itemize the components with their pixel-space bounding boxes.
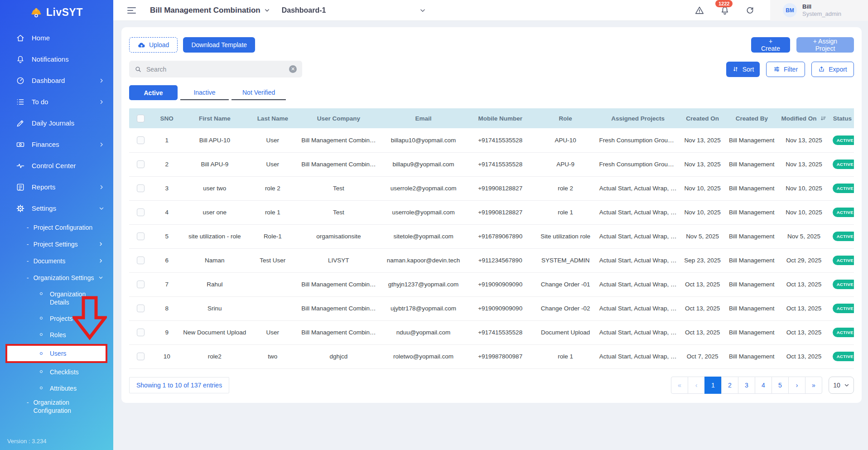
- cell-modified_on: Oct 13, 2025: [777, 320, 830, 344]
- row-checkbox[interactable]: [137, 184, 145, 192]
- status-badge: ACTIVE: [833, 256, 854, 265]
- row-checkbox[interactable]: [137, 160, 145, 168]
- refresh-button[interactable]: [745, 5, 755, 15]
- notifications-button[interactable]: 1222: [720, 5, 730, 15]
- row-checkbox[interactable]: [137, 208, 145, 216]
- sidebar-item-projects[interactable]: Projects: [0, 310, 113, 327]
- avatar: BM: [783, 3, 797, 17]
- download-template-button[interactable]: Download Template: [183, 37, 255, 53]
- page-5-button[interactable]: 5: [772, 377, 789, 394]
- users-table: SNO First Name Last Name User Company Em…: [129, 108, 854, 369]
- banknote-icon: [16, 140, 25, 149]
- sidebar-item-reports[interactable]: Reports: [0, 176, 113, 198]
- sidebar-item-organization-details[interactable]: Organization Details: [0, 286, 104, 310]
- sidebar-item-control-center[interactable]: Control Center: [0, 155, 113, 176]
- prev-page-button[interactable]: ‹: [688, 377, 705, 394]
- page-1-button[interactable]: 1: [704, 377, 722, 394]
- cell-last_name: User: [248, 152, 297, 176]
- row-checkbox[interactable]: [137, 256, 145, 264]
- user-name: Bill: [802, 3, 841, 10]
- sidebar-item-home[interactable]: Home: [0, 27, 113, 48]
- user-menu[interactable]: BM Bill System_admin: [770, 0, 868, 21]
- sidebar-item-project-configuration[interactable]: - Project Configuration: [0, 219, 113, 236]
- col-modified-on: Modified On: [777, 108, 830, 128]
- tab-inactive[interactable]: Inactive: [180, 85, 229, 100]
- cell-mobile: +919090909090: [467, 296, 534, 320]
- tab-active[interactable]: Active: [129, 85, 178, 100]
- cell-status: ACTIVE: [831, 176, 854, 200]
- sidebar-item-organization-configuration[interactable]: - Organization Configuration: [0, 397, 113, 415]
- sidebar-item-label: Settings: [32, 204, 56, 212]
- cell-created_by: Bill Management: [726, 272, 777, 296]
- cell-role: Change Order -01: [534, 272, 598, 296]
- cell-first_name: Naman: [181, 248, 248, 272]
- sidebar-item-project-settings[interactable]: - Project Settings: [0, 236, 113, 252]
- row-select-cell: [129, 272, 152, 296]
- page-4-button[interactable]: 4: [755, 377, 772, 394]
- page-size-select[interactable]: 10: [829, 377, 854, 394]
- sort-label: Sort: [743, 66, 754, 73]
- select-all-checkbox[interactable]: [137, 115, 145, 122]
- cell-modified_on: Nov 13, 2025: [777, 128, 830, 152]
- sidebar-item-notifications[interactable]: Notifications: [0, 48, 113, 70]
- page-3-button[interactable]: 3: [738, 377, 755, 394]
- table-row: 1Bill APU-10UserBill Management Combin…b…: [129, 128, 854, 152]
- sidebar-item-label: Checklists: [50, 368, 79, 376]
- dashboard-select[interactable]: Dashboard-1: [282, 6, 426, 15]
- table-footer: Showing 1 to 10 of 137 entries «‹12345›»…: [129, 377, 854, 394]
- cell-status: ACTIVE: [831, 272, 854, 296]
- cell-modified_on: Oct 13, 2025: [777, 296, 830, 320]
- sidebar-item-users[interactable]: Users: [7, 346, 106, 361]
- cell-user_company: Bill Management Combin…: [297, 152, 380, 176]
- sort-button[interactable]: Sort: [726, 62, 760, 77]
- next-page-button[interactable]: ›: [788, 377, 805, 394]
- table-body: 1Bill APU-10UserBill Management Combin…b…: [129, 128, 854, 368]
- export-button[interactable]: Export: [811, 62, 854, 77]
- sidebar-item-finances[interactable]: Finances: [0, 134, 113, 155]
- hamburger-menu-icon[interactable]: [127, 5, 136, 15]
- sidebar-item-documents[interactable]: - Documents: [0, 252, 113, 269]
- cell-first_name: role2: [181, 344, 248, 368]
- cell-first_name: Rahul: [181, 272, 248, 296]
- sidebar-item-dashboard[interactable]: Dashboard: [0, 70, 113, 91]
- cell-assigned_projects: Actual Start, Actual Wrap, …: [598, 200, 679, 224]
- upload-button[interactable]: Upload: [129, 37, 178, 53]
- sidebar-item-settings[interactable]: Settings: [0, 198, 113, 219]
- assign-project-button[interactable]: + Assign Project: [796, 37, 854, 53]
- cell-sno: 4: [152, 200, 181, 224]
- row-checkbox[interactable]: [137, 136, 145, 144]
- alerts-button[interactable]: [694, 5, 704, 15]
- cell-assigned_projects: Actual Start, Actual Wrap, …: [598, 296, 679, 320]
- sidebar-item-attributes[interactable]: Attributes: [0, 380, 113, 397]
- sidebar-item-daily-journals[interactable]: Daily Journals: [0, 112, 113, 134]
- sidebar-item-checklists[interactable]: Checklists: [0, 364, 113, 380]
- cell-first_name: user one: [181, 200, 248, 224]
- cell-email: sitetole@yopmail.com: [380, 224, 467, 248]
- sidebar-item-organization-settings[interactable]: - Organization Settings: [0, 269, 113, 286]
- table-row: 8SrinuBill Management Combin…ujybtr178@y…: [129, 296, 854, 320]
- create-button[interactable]: + Create: [751, 37, 790, 53]
- row-checkbox[interactable]: [137, 232, 145, 240]
- col-role: Role: [534, 108, 598, 128]
- sidebar-item-roles[interactable]: Roles: [0, 327, 113, 343]
- sort-descending-icon[interactable]: [820, 115, 827, 122]
- filter-button[interactable]: Filter: [766, 62, 805, 77]
- row-checkbox[interactable]: [137, 281, 145, 288]
- sidebar-item-todo[interactable]: To do: [0, 91, 113, 112]
- app-logo[interactable]: LivSYT: [0, 0, 113, 22]
- page-2-button[interactable]: 2: [721, 377, 738, 394]
- clear-search-icon[interactable]: ✕: [289, 65, 297, 73]
- search-input[interactable]: [146, 66, 285, 73]
- last-page-button[interactable]: »: [805, 377, 822, 394]
- users-annotation-box: Users: [5, 344, 107, 363]
- first-page-button[interactable]: «: [671, 377, 688, 394]
- row-checkbox[interactable]: [137, 329, 145, 336]
- cell-status: ACTIVE: [831, 344, 854, 368]
- workspace-dropdown[interactable]: Bill Management Combination: [150, 6, 270, 15]
- cell-created_on: Nov 13, 2025: [679, 128, 727, 152]
- row-select-cell: [129, 296, 152, 320]
- status-badge: ACTIVE: [833, 160, 854, 169]
- row-checkbox[interactable]: [137, 305, 145, 312]
- tab-not-verified[interactable]: Not Verified: [231, 85, 286, 100]
- row-checkbox[interactable]: [137, 353, 145, 360]
